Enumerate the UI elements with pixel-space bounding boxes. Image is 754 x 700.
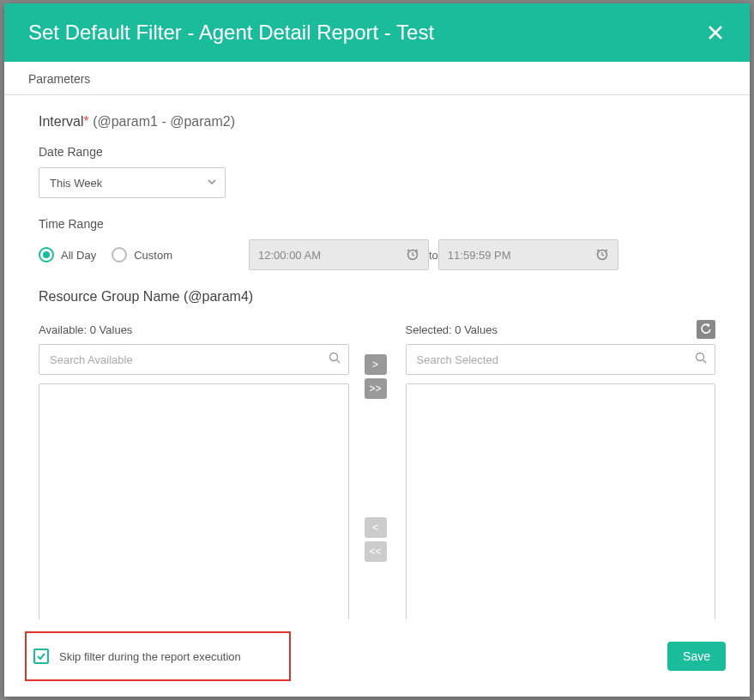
time-to-value: 11:59:59 PM xyxy=(448,249,511,262)
available-column: Available: 0 Values xyxy=(39,320,349,619)
available-label: Available: 0 Values xyxy=(39,323,132,336)
radio-custom-label: Custom xyxy=(134,249,172,262)
time-from-value: 12:00:00 AM xyxy=(258,249,321,262)
time-range-row: All Day Custom 12:00:00 AM to 11:59:59 P… xyxy=(39,239,715,270)
interval-label: Interval* (@param1 - @param2) xyxy=(39,114,715,130)
transfer-remove-group: < << xyxy=(365,517,390,562)
clock-icon xyxy=(595,247,609,263)
date-range-group: Date Range This Week xyxy=(39,145,715,198)
skip-filter-checkbox[interactable]: Skip filter during the report execution xyxy=(25,631,291,681)
interval-label-text: Interval xyxy=(39,114,83,129)
dialog-title: Set Default Filter - Agent Detail Report… xyxy=(28,21,434,45)
radio-custom[interactable]: Custom xyxy=(112,247,172,262)
date-range-select-wrap: This Week xyxy=(39,167,226,198)
checkbox-box-icon xyxy=(33,649,49,664)
selected-search-box xyxy=(406,344,716,375)
time-range-group: Time Range All Day Custom 12:00:00 xyxy=(39,217,715,270)
interval-param-hint: (@param1 - @param2) xyxy=(89,114,235,129)
skip-filter-label: Skip filter during the report execution xyxy=(59,650,241,663)
svg-point-6 xyxy=(697,353,704,361)
clock-icon xyxy=(406,247,419,263)
time-range-radios: All Day Custom xyxy=(39,247,249,262)
svg-line-5 xyxy=(336,360,340,364)
selected-label-row: Selected: 0 Values xyxy=(406,320,716,339)
tab-bar: Parameters xyxy=(4,62,750,95)
radio-all-day-label: All Day xyxy=(61,249,96,262)
date-range-label: Date Range xyxy=(39,145,715,159)
radio-circle-icon xyxy=(112,247,127,262)
resource-group-title: Resource Group Name (@param4) xyxy=(39,289,715,305)
available-label-row: Available: 0 Values xyxy=(39,320,349,339)
selected-column: Selected: 0 Values xyxy=(406,320,716,619)
date-range-value: This Week xyxy=(50,177,102,190)
svg-point-4 xyxy=(329,353,337,361)
radio-dot-icon xyxy=(43,251,50,258)
search-icon xyxy=(329,352,341,367)
available-search-input[interactable] xyxy=(39,344,349,375)
close-button[interactable] xyxy=(705,22,726,43)
selected-list[interactable] xyxy=(406,383,716,619)
transfer-add-group: > >> xyxy=(365,354,390,399)
set-default-filter-dialog: Set Default Filter - Agent Detail Report… xyxy=(4,3,750,697)
svg-line-7 xyxy=(703,360,707,364)
available-search-box xyxy=(39,344,349,375)
date-range-select[interactable]: This Week xyxy=(39,167,226,198)
time-range-label: Time Range xyxy=(39,217,715,231)
time-from-input[interactable]: 12:00:00 AM xyxy=(249,239,429,270)
dual-list: Available: 0 Values > >> < xyxy=(39,320,715,619)
time-to-separator: to xyxy=(429,249,438,262)
dialog-content: Interval* (@param1 - @param2) Date Range… xyxy=(4,95,750,619)
selected-search-input[interactable] xyxy=(406,344,716,375)
transfer-add-all-button[interactable]: >> xyxy=(365,378,387,399)
transfer-buttons: > >> < << xyxy=(365,320,390,619)
time-to-input[interactable]: 11:59:59 PM xyxy=(438,239,618,270)
radio-all-day[interactable]: All Day xyxy=(39,247,96,262)
transfer-add-button[interactable]: > xyxy=(365,354,387,375)
selected-label: Selected: 0 Values xyxy=(406,323,498,336)
transfer-remove-all-button[interactable]: << xyxy=(365,541,387,562)
tab-parameters[interactable]: Parameters xyxy=(28,72,90,86)
radio-circle-icon xyxy=(39,247,54,262)
dialog-footer: Skip filter during the report execution … xyxy=(4,619,750,697)
save-button[interactable]: Save xyxy=(667,642,726,671)
search-icon xyxy=(695,352,707,367)
available-list[interactable] xyxy=(39,383,349,619)
refresh-icon xyxy=(700,323,712,335)
dialog-header: Set Default Filter - Agent Detail Report… xyxy=(4,3,750,62)
transfer-remove-button[interactable]: < xyxy=(365,517,387,538)
refresh-selected-button[interactable] xyxy=(697,320,715,339)
check-icon xyxy=(36,651,46,661)
close-icon xyxy=(708,25,723,40)
